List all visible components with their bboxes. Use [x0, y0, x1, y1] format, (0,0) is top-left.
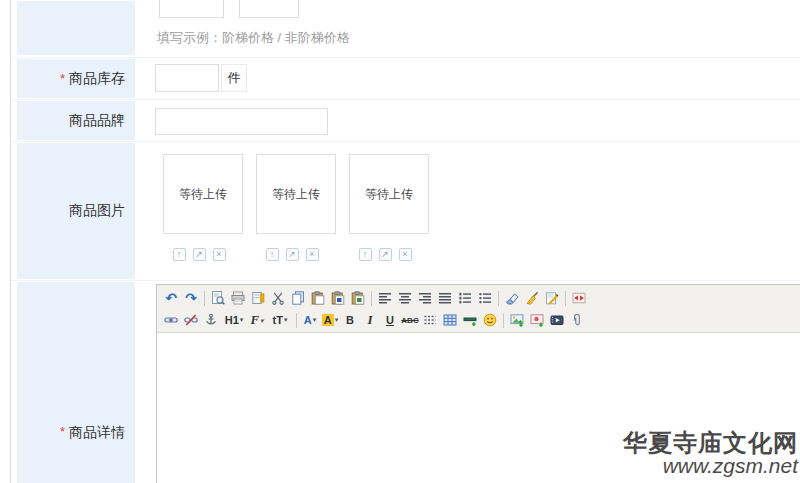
toolbar-separator [565, 291, 566, 306]
clean-format-icon[interactable] [522, 288, 542, 308]
images-row: 商品图片 等待上传 等待上传 等待上传 ↑ ↗ × ↑ ↗ × ↑ [11, 141, 800, 280]
bold-icon[interactable]: B [340, 310, 360, 330]
upload-actions-2: ↑ ↗ × [252, 248, 332, 261]
anchor-icon[interactable] [201, 310, 221, 330]
upload-placeholder: 等待上传 [179, 186, 227, 203]
font-family-select[interactable]: F▾ [247, 310, 267, 330]
align-justify-icon[interactable] [435, 288, 455, 308]
flash-upload-icon[interactable] [527, 310, 547, 330]
upload-placeholder: 等待上传 [365, 186, 413, 203]
toolbar-separator [371, 291, 372, 306]
editor-toolbar: ↶ ↷ [157, 285, 800, 333]
price-label-cell [17, 1, 135, 55]
preview-icon[interactable] [208, 288, 228, 308]
upload-slot-1[interactable]: 等待上传 [163, 154, 243, 234]
rich-text-editor: ↶ ↷ [156, 284, 800, 483]
align-right-icon[interactable] [415, 288, 435, 308]
template-icon[interactable] [248, 288, 268, 308]
align-center-icon[interactable] [395, 288, 415, 308]
undo-icon[interactable]: ↶ [161, 288, 181, 308]
stock-row: * 商品库存 件 [11, 57, 800, 99]
heading-select[interactable]: H1▾ [221, 310, 247, 330]
preview-icon[interactable]: ↗ [193, 248, 206, 261]
stock-label: * 商品库存 [17, 59, 135, 98]
underline-icon[interactable]: U [380, 310, 400, 330]
table-icon[interactable] [440, 310, 460, 330]
required-asterisk: * [60, 71, 65, 86]
site-watermark: 华夏寺庙文化网 www.zgsm.net [623, 430, 798, 477]
font-size-select[interactable]: tT▾ [267, 310, 293, 330]
upload-actions-3: ↑ ↗ × [345, 248, 425, 261]
fullscreen-icon[interactable] [569, 288, 589, 308]
brand-label-text: 商品品牌 [69, 112, 125, 130]
upload-slot-2[interactable]: 等待上传 [256, 154, 336, 234]
upload-icon[interactable]: ↑ [359, 248, 372, 261]
price-range-input-1[interactable] [159, 0, 224, 18]
brand-row: 商品品牌 [11, 99, 800, 141]
cut-icon[interactable] [268, 288, 288, 308]
detail-label-text: 商品详情 [69, 424, 125, 442]
upload-icon[interactable]: ↑ [173, 248, 186, 261]
link-icon[interactable] [161, 310, 181, 330]
toolbar-separator [498, 291, 499, 306]
upload-placeholder: 等待上传 [272, 186, 320, 203]
brand-input[interactable] [155, 108, 328, 135]
images-label: 商品图片 [17, 143, 135, 279]
toolbar-row-1: ↶ ↷ [161, 287, 796, 309]
edit-source-icon[interactable] [542, 288, 562, 308]
attachment-icon[interactable] [567, 310, 587, 330]
remove-icon[interactable]: × [306, 248, 319, 261]
unlink-icon[interactable] [181, 310, 201, 330]
watermark-site-url: www.zgsm.net [623, 455, 798, 477]
detail-label: * 商品详情 [17, 282, 135, 483]
text-color-select[interactable]: A▾ [300, 310, 320, 330]
brand-label: 商品品牌 [17, 101, 135, 140]
toolbar-row-2: H1▾ F▾ tT▾ A▾ A▾ B I U ABC [161, 309, 796, 331]
remove-icon[interactable]: × [399, 248, 412, 261]
images-label-text: 商品图片 [69, 202, 125, 220]
emoticon-icon[interactable] [480, 310, 500, 330]
required-asterisk: * [60, 424, 65, 439]
preview-icon[interactable]: ↗ [286, 248, 299, 261]
horizontal-rule-icon[interactable] [460, 310, 480, 330]
stock-input[interactable] [155, 64, 219, 92]
stock-unit-addon: 件 [221, 64, 247, 92]
paste-word-icon[interactable] [328, 288, 348, 308]
upload-icon[interactable]: ↑ [266, 248, 279, 261]
toolbar-separator [296, 313, 297, 328]
preview-icon[interactable]: ↗ [379, 248, 392, 261]
copy-icon[interactable] [288, 288, 308, 308]
price-range-input-2[interactable] [239, 0, 299, 18]
italic-icon[interactable]: I [360, 310, 380, 330]
remove-icon[interactable]: × [213, 248, 226, 261]
image-upload-icon[interactable] [507, 310, 527, 330]
eraser-icon[interactable] [502, 288, 522, 308]
price-row: 填写示例：阶梯价格 / 非阶梯价格 [11, 0, 800, 56]
ordered-list-icon[interactable] [455, 288, 475, 308]
paste-text-icon[interactable] [348, 288, 368, 308]
unordered-list-icon[interactable] [475, 288, 495, 308]
background-color-select[interactable]: A▾ [320, 310, 340, 330]
dashed-border-icon[interactable] [420, 310, 440, 330]
watermark-site-name: 华夏寺庙文化网 [623, 430, 798, 455]
print-icon[interactable] [228, 288, 248, 308]
toolbar-separator [503, 313, 504, 328]
upload-actions-1: ↑ ↗ × [159, 248, 239, 261]
align-left-icon[interactable] [375, 288, 395, 308]
paste-icon[interactable] [308, 288, 328, 308]
upload-slot-3[interactable]: 等待上传 [349, 154, 429, 234]
redo-icon[interactable]: ↷ [181, 288, 201, 308]
media-icon[interactable] [547, 310, 567, 330]
stock-label-text: 商品库存 [69, 70, 125, 88]
strikethrough-icon[interactable]: ABC [400, 310, 420, 330]
detail-row: * 商品详情 ↶ ↷ [11, 280, 800, 483]
price-hint: 填写示例：阶梯价格 / 非阶梯价格 [157, 29, 350, 47]
toolbar-separator [204, 291, 205, 306]
